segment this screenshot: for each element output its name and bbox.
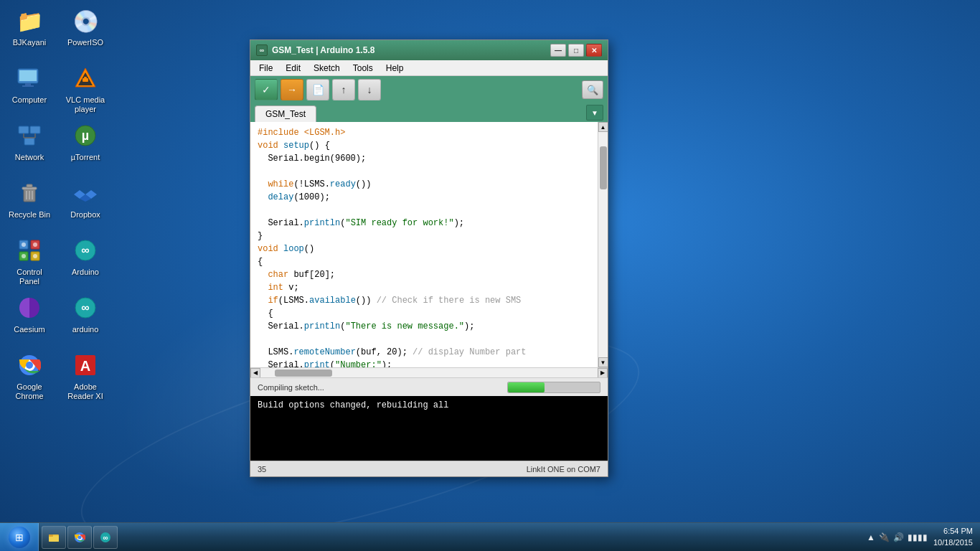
taskbar-app-arduino[interactable]: ∞ <box>93 526 118 549</box>
desktop-icon-google-chrome[interactable]: Google Chrome <box>4 348 55 405</box>
tab-gsm-test[interactable]: GSM_Test <box>255 105 316 122</box>
desktop-icon-bjkayani[interactable]: 📁 BJKayani <box>4 4 55 61</box>
desktop-icon-adobe-reader[interactable]: A AdobeReader XI <box>60 348 111 405</box>
computer-icon <box>15 64 44 93</box>
desktop-icon-label: ControlPanel <box>17 268 42 286</box>
open-button[interactable]: ↑ <box>332 79 355 100</box>
save-button[interactable]: ↓ <box>358 79 381 100</box>
code-editor[interactable]: #include <LGSM.h> void setup() { Serial.… <box>250 122 608 367</box>
dropbox-icon <box>71 179 100 207</box>
menu-edit[interactable]: Edit <box>280 62 306 75</box>
desktop-icon-label: Arduino <box>72 268 99 277</box>
menu-tools[interactable]: Tools <box>347 62 379 75</box>
desktop-icon-label: BJKayani <box>13 38 46 47</box>
scroll-down-button[interactable]: ▼ <box>598 357 608 367</box>
desktop-icon-label: Google Chrome <box>6 382 52 401</box>
desktop-icon-label: Computer <box>12 95 47 105</box>
line-number: 35 <box>258 465 266 474</box>
svg-point-40 <box>26 362 33 369</box>
arduino-taskbar-icon: ∞ <box>100 532 111 543</box>
upload-button[interactable]: → <box>281 79 303 100</box>
svg-point-48 <box>78 535 82 539</box>
scroll-up-button[interactable]: ▲ <box>598 122 608 132</box>
vertical-scrollbar[interactable]: ▲ ▼ <box>598 122 608 367</box>
clock[interactable]: 6:54 PM 10/18/2015 <box>933 526 973 548</box>
menu-file[interactable]: File <box>253 62 278 75</box>
taskbar: ∞ ▲ 🔌 🔊 ▮▮▮▮ 6:54 PM 10/18/2015 <box>0 522 980 551</box>
desktop-icon-vlc[interactable]: VLC mediaplayer <box>60 61 111 118</box>
desktop-icon-label: µTorrent <box>71 153 100 162</box>
console-output: Build options changed, rebuilding all <box>250 396 608 461</box>
minimize-button[interactable]: — <box>550 44 566 57</box>
search-button[interactable]: 🔍 <box>582 80 603 99</box>
scrollbar-h-thumb[interactable] <box>275 369 332 377</box>
svg-rect-45 <box>49 534 53 537</box>
desktop-icon-network[interactable]: Network <box>4 118 55 176</box>
arduino-title-icon: ∞ <box>256 44 268 56</box>
tab-bar: GSM_Test ▼ <box>250 103 608 122</box>
chrome-icon <box>15 351 44 380</box>
svg-rect-44 <box>49 536 59 542</box>
taskbar-apps: ∞ <box>39 523 121 551</box>
poweriso-icon: 💿 <box>71 6 100 35</box>
menu-sketch[interactable]: Sketch <box>308 62 346 75</box>
scroll-left-button[interactable]: ◀ <box>250 368 260 378</box>
desktop-icon-label: Caesium <box>14 325 44 334</box>
maximize-button[interactable]: □ <box>568 44 584 57</box>
svg-text:∞: ∞ <box>81 244 89 256</box>
systray-arrow-icon[interactable]: ▲ <box>867 532 875 542</box>
adobe-reader-icon: A <box>71 351 100 380</box>
desktop-icon-label: Network <box>15 153 44 162</box>
systray-network-icon: 🔌 <box>879 532 890 542</box>
svg-point-31 <box>33 242 37 247</box>
desktop-icon-arduino2[interactable]: ∞ arduino <box>60 291 111 348</box>
chrome-taskbar-icon <box>74 532 85 543</box>
desktop-icon-label: Recycle Bin <box>9 210 50 220</box>
svg-point-32 <box>22 254 26 258</box>
svg-rect-19 <box>27 184 32 187</box>
menu-help[interactable]: Help <box>380 62 410 75</box>
systray-battery-icon: ▮▮▮▮ <box>908 532 928 542</box>
desktop-icon-label: Dropbox <box>70 210 100 220</box>
progress-bar-fill <box>508 382 545 392</box>
start-orb <box>9 527 30 548</box>
desktop-icon-arduino[interactable]: ∞ Arduino <box>60 233 111 291</box>
desktop-icon-recycle-bin[interactable]: Recycle Bin <box>4 176 55 233</box>
folder-icon: 📁 <box>15 6 44 35</box>
svg-point-33 <box>33 254 37 258</box>
svg-point-30 <box>22 242 26 247</box>
status-bar: 35 LinkIt ONE on COM7 <box>250 461 608 476</box>
close-button[interactable]: ✕ <box>586 44 602 57</box>
desktop-icon-label: arduino <box>72 325 99 334</box>
recycle-bin-icon <box>15 179 44 207</box>
desktop-icon-poweriso[interactable]: 💿 PowerISO <box>60 4 111 61</box>
scroll-right-button[interactable]: ▶ <box>598 368 608 378</box>
menubar: File Edit Sketch Tools Help <box>250 60 608 76</box>
new-button[interactable]: 📄 <box>306 79 329 100</box>
explorer-taskbar-icon <box>48 532 60 543</box>
desktop-icon-dropbox[interactable]: Dropbox <box>60 176 111 233</box>
progress-bar-container <box>507 382 600 393</box>
verify-button[interactable]: ✓ <box>255 79 278 100</box>
desktop-icon-control-panel[interactable]: ControlPanel <box>4 233 55 291</box>
desktop-icon-caesium[interactable]: Caesium <box>4 291 55 348</box>
window-titlebar: ∞ GSM_Test | Arduino 1.5.8 — □ ✕ <box>250 40 608 60</box>
horizontal-scrollbar[interactable]: ◀ ▶ <box>250 367 608 377</box>
tab-dropdown[interactable]: ▼ <box>586 105 603 121</box>
taskbar-right: ▲ 🔌 🔊 ▮▮▮▮ 6:54 PM 10/18/2015 <box>859 523 980 551</box>
svg-rect-9 <box>30 126 40 133</box>
start-button[interactable] <box>0 523 39 552</box>
arduino2-icon: ∞ <box>71 293 100 322</box>
vlc-icon <box>71 64 100 93</box>
desktop-icon-computer[interactable]: Computer <box>4 61 55 118</box>
compile-status-bar: Compiling sketch... <box>250 377 608 396</box>
scrollbar-thumb[interactable] <box>600 146 607 189</box>
taskbar-app-chrome[interactable] <box>67 526 92 549</box>
desktop-icon-utorrent[interactable]: µ µTorrent <box>60 118 111 176</box>
svg-text:A: A <box>80 358 90 374</box>
svg-rect-6 <box>83 78 88 82</box>
control-panel-icon <box>15 236 44 265</box>
systray-volume-icon: 🔊 <box>893 532 904 542</box>
desktop-icon-label: VLC mediaplayer <box>66 95 105 114</box>
taskbar-app-explorer[interactable] <box>42 526 66 549</box>
